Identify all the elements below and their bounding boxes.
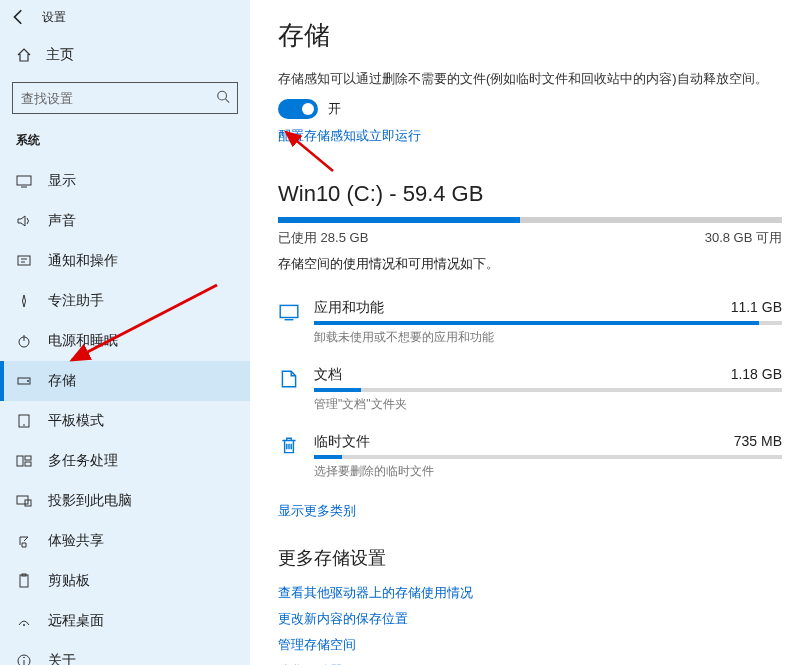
svg-point-0 [218,91,227,100]
svg-point-23 [23,657,25,659]
nav-label: 显示 [48,172,76,190]
link-manage-storage-spaces[interactable]: 管理存储空间 [278,636,782,654]
nav-list: 显示 声音 通知和操作 专注助手 电源和睡眠 存储 [0,161,250,665]
sidebar-item-power[interactable]: 电源和睡眠 [0,321,250,361]
storage-sense-toggle-row: 开 [278,99,782,119]
category-bar [314,321,782,325]
remote-icon [16,613,32,629]
category-name: 应用和功能 [314,299,384,317]
apps-icon [278,301,300,323]
search-icon [216,90,230,107]
svg-rect-24 [280,305,298,317]
category-bar [314,388,782,392]
storage-icon [16,373,32,389]
back-button[interactable] [10,8,28,26]
sidebar-item-sound[interactable]: 声音 [0,201,250,241]
sidebar-item-home[interactable]: 主页 [0,32,250,78]
sidebar-item-about[interactable]: 关于 [0,641,250,665]
tablet-icon [16,413,32,429]
svg-rect-14 [25,456,31,460]
project-icon [16,493,32,509]
nav-label: 投影到此电脑 [48,492,132,510]
show-more-categories-link[interactable]: 显示更多类别 [278,502,782,520]
sidebar-item-notifications[interactable]: 通知和操作 [0,241,250,281]
documents-icon [278,368,300,390]
svg-point-10 [27,380,29,382]
notification-icon [16,253,32,269]
category-documents[interactable]: 文档 1.18 GB 管理"文档"文件夹 [278,356,782,423]
home-icon [16,47,32,63]
link-other-drives[interactable]: 查看其他驱动器上的存储使用情况 [278,584,782,602]
nav-label: 声音 [48,212,76,230]
nav-label: 体验共享 [48,532,104,550]
sidebar-item-storage[interactable]: 存储 [0,361,250,401]
sidebar-item-share[interactable]: 体验共享 [0,521,250,561]
configure-storage-sense-link[interactable]: 配置存储感知或立即运行 [278,127,782,145]
share-icon [16,533,32,549]
multitask-icon [16,453,32,469]
sidebar-item-project[interactable]: 投影到此电脑 [0,481,250,521]
more-storage-settings-title: 更多存储设置 [278,546,782,570]
home-label: 主页 [46,46,74,64]
link-optimize-drives[interactable]: 优化驱动器 [278,662,782,666]
nav-label: 关于 [48,652,76,665]
svg-rect-18 [20,575,28,587]
sidebar-item-clipboard[interactable]: 剪贴板 [0,561,250,601]
usage-description: 存储空间的使用情况和可用情况如下。 [278,255,782,273]
section-header-system: 系统 [0,124,250,161]
nav-label: 剪贴板 [48,572,90,590]
category-bar [314,455,782,459]
category-name: 文档 [314,366,342,384]
sidebar-item-multitask[interactable]: 多任务处理 [0,441,250,481]
titlebar: 设置 [0,0,250,32]
category-temp[interactable]: 临时文件 735 MB 选择要删除的临时文件 [278,423,782,490]
sound-icon [16,213,32,229]
svg-rect-15 [25,462,31,466]
sidebar-item-remote[interactable]: 远程桌面 [0,601,250,641]
used-label: 已使用 28.5 GB [278,229,368,247]
about-icon [16,653,32,665]
sidebar: 设置 主页 系统 显示 声音 通知和操作 [0,0,250,665]
drive-usage-labels: 已使用 28.5 GB 30.8 GB 可用 [278,229,782,247]
app-title: 设置 [42,9,66,26]
trash-icon [278,435,300,457]
svg-rect-13 [17,456,23,466]
search-box [12,82,238,114]
sidebar-item-tablet[interactable]: 平板模式 [0,401,250,441]
nav-label: 电源和睡眠 [48,332,118,350]
link-change-save-location[interactable]: 更改新内容的保存位置 [278,610,782,628]
display-icon [16,173,32,189]
svg-rect-4 [18,256,30,265]
drive-usage-bar-fill [278,217,520,223]
svg-point-20 [23,624,25,626]
category-apps[interactable]: 应用和功能 11.1 GB 卸载未使用或不想要的应用和功能 [278,289,782,356]
toggle-state-label: 开 [328,100,341,118]
category-size: 1.18 GB [731,366,782,384]
category-subtitle: 管理"文档"文件夹 [314,396,782,413]
drive-title: Win10 (C:) - 59.4 GB [278,181,782,207]
category-subtitle: 卸载未使用或不想要的应用和功能 [314,329,782,346]
svg-line-1 [226,99,230,103]
category-subtitle: 选择要删除的临时文件 [314,463,782,480]
category-size: 735 MB [734,433,782,451]
free-label: 30.8 GB 可用 [705,229,782,247]
nav-label: 平板模式 [48,412,104,430]
svg-rect-2 [17,176,31,185]
sidebar-item-focus[interactable]: 专注助手 [0,281,250,321]
drive-usage-bar [278,217,782,223]
clipboard-icon [16,573,32,589]
storage-sense-description: 存储感知可以通过删除不需要的文件(例如临时文件和回收站中的内容)自动释放空间。 [278,69,782,89]
category-size: 11.1 GB [731,299,782,317]
page-title: 存储 [278,18,782,53]
power-icon [16,333,32,349]
nav-label: 多任务处理 [48,452,118,470]
nav-label: 专注助手 [48,292,104,310]
nav-label: 通知和操作 [48,252,118,270]
main-content: 存储 存储感知可以通过删除不需要的文件(例如临时文件和回收站中的内容)自动释放空… [250,0,810,665]
nav-label: 存储 [48,372,76,390]
category-name: 临时文件 [314,433,370,451]
search-input[interactable] [12,82,238,114]
storage-sense-toggle[interactable] [278,99,318,119]
sidebar-item-display[interactable]: 显示 [0,161,250,201]
nav-label: 远程桌面 [48,612,104,630]
